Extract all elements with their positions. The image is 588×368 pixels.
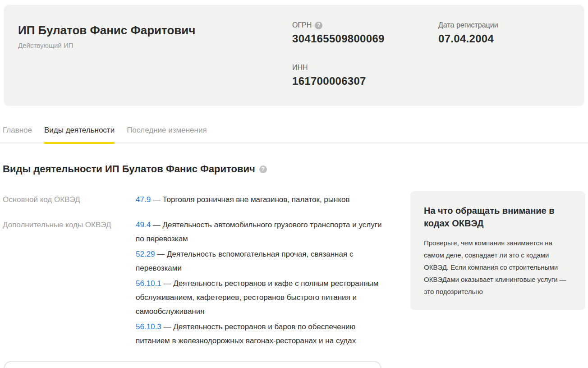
registration-date-label: Дата регистрации (438, 21, 498, 29)
ogrn-label: ОГРН ? (292, 21, 385, 29)
company-status: Действующий ИП (18, 41, 195, 49)
okved-code-link[interactable]: 52.29 (136, 250, 155, 258)
ogrn-block: ОГРН ? 304165509800069 (292, 21, 385, 45)
okved-code-link[interactable]: 49.4 (136, 221, 151, 229)
okved-attention-text: Проверьте, чем компания занимается на са… (424, 237, 572, 298)
company-header-card: ИП Булатов Фанис Фаритович Действующий И… (4, 5, 584, 106)
okved-item-text: — Деятельность автомобильного грузового … (136, 221, 381, 243)
content-area: Основной код ОКВЭД 47.9 — Торговля розни… (3, 191, 585, 359)
ogrn-help-icon[interactable]: ? (315, 22, 322, 29)
okved-item: 49.4 — Деятельность автомобильного грузо… (136, 218, 386, 246)
bottom-rounded-panel[interactable] (4, 361, 381, 368)
ogrn-value: 304165509800069 (292, 32, 385, 45)
registration-date-block: Дата регистрации 07.04.2004 (438, 21, 498, 45)
registration-date-label-text: Дата регистрации (438, 21, 498, 29)
tab-activities[interactable]: Виды деятельности (44, 125, 115, 144)
company-block: ИП Булатов Фанис Фаритович Действующий И… (18, 23, 195, 49)
okved-code-link[interactable]: 47.9 (136, 195, 151, 204)
okved-item-text: — Деятельность ресторанов и кафе с полны… (136, 279, 378, 316)
inn-block: ИНН 161700006307 (292, 64, 366, 87)
main-okved-value: 47.9 — Торговля розничная вне магазинов,… (136, 193, 350, 208)
okved-item: 56.10.3 — Деятельность ресторанов и баро… (136, 320, 386, 348)
inn-value: 161700006307 (292, 75, 366, 87)
tab-bar: Главное Виды деятельности Последние изме… (0, 125, 588, 143)
okved-item-text: — Торговля розничная вне магазинов, пала… (153, 195, 350, 204)
registration-date-value: 07.04.2004 (438, 32, 498, 45)
additional-okved-list: 49.4 — Деятельность автомобильного грузо… (136, 218, 386, 349)
okved-item: 56.10.1 — Деятельность ресторанов и кафе… (136, 276, 386, 318)
okved-attention-card: На что обращать внимание в кодах ОКВЭД П… (410, 191, 585, 310)
section-title: Виды деятельности ИП Булатов Фанис Фарит… (3, 162, 267, 176)
okved-item: 47.9 — Торговля розничная вне магазинов,… (136, 193, 350, 207)
tab-recent-changes[interactable]: Последние изменения (127, 125, 207, 144)
section-help-icon[interactable]: ? (259, 166, 267, 173)
inn-label: ИНН (292, 64, 366, 72)
tab-main[interactable]: Главное (3, 125, 32, 144)
okved-code-link[interactable]: 56.10.1 (136, 279, 161, 288)
okved-item-text: — Деятельность вспомогательная прочая, с… (136, 250, 353, 272)
activity-rows: Основной код ОКВЭД 47.9 — Торговля розни… (3, 191, 409, 359)
inn-label-text: ИНН (292, 64, 308, 72)
main-okved-row: Основной код ОКВЭД 47.9 — Торговля розни… (3, 193, 409, 208)
main-okved-label: Основной код ОКВЭД (3, 193, 136, 208)
okved-code-link[interactable]: 56.10.3 (136, 322, 161, 331)
okved-item: 52.29 — Деятельность вспомогательная про… (136, 247, 386, 275)
additional-okved-label: Дополнительные коды ОКВЭД (3, 218, 136, 349)
section-title-text: Виды деятельности ИП Булатов Фанис Фарит… (3, 162, 255, 176)
okved-attention-title: На что обращать внимание в кодах ОКВЭД (424, 204, 564, 230)
company-title: ИП Булатов Фанис Фаритович (18, 23, 195, 37)
ogrn-label-text: ОГРН (292, 21, 312, 29)
okved-item-text: — Деятельность ресторанов и баров по обе… (136, 322, 356, 345)
additional-okved-row: Дополнительные коды ОКВЭД 49.4 — Деятель… (3, 218, 409, 349)
